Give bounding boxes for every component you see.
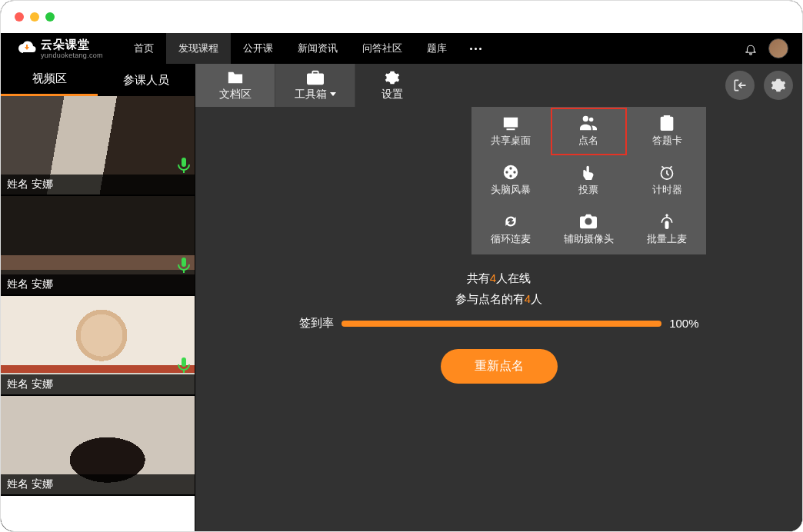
video-name-label: 姓名 安娜 <box>1 274 195 294</box>
main-panel: 文档区 工具箱 设置 <box>195 64 802 531</box>
video-tile[interactable]: 姓名 安娜 <box>1 396 195 494</box>
close-window-button[interactable] <box>15 12 24 22</box>
tab-attendee-list[interactable]: 参课人员 <box>98 64 195 96</box>
camera-plus-icon <box>580 214 597 229</box>
folder-icon <box>227 70 244 85</box>
sidebar-tabs: 视频区 参课人员 <box>1 64 195 96</box>
main-toolbar: 文档区 工具箱 设置 <box>195 64 802 107</box>
settings-round-button[interactable] <box>764 71 793 100</box>
nav-qa[interactable]: 问答社区 <box>350 33 415 64</box>
screen-share-icon <box>502 115 519 131</box>
menu-batch-mic[interactable]: 批量上麦 <box>628 205 706 254</box>
video-tile[interactable]: 姓名 安娜 <box>1 296 195 394</box>
maximize-window-button[interactable] <box>45 12 55 22</box>
settings-button[interactable]: 设置 <box>355 64 429 107</box>
alarm-clock-icon <box>658 165 675 180</box>
settings-label: 设置 <box>382 88 403 101</box>
re-rollcall-button[interactable]: 重新点名 <box>441 349 558 384</box>
menu-aux-camera[interactable]: 辅助摄像头 <box>550 205 628 254</box>
attendance-progress: 签到率 100% <box>299 316 699 331</box>
progress-bar <box>342 321 662 327</box>
svg-point-4 <box>505 171 508 173</box>
briefcase-icon <box>307 70 324 85</box>
toolbox-dropdown: 共享桌面 点名 答题卡 头脑风暴 投票 <box>471 107 706 254</box>
menu-brainstorm[interactable]: 头脑风暴 <box>471 156 550 205</box>
rate-label: 签到率 <box>299 316 334 331</box>
toolbox-label: 工具箱 <box>295 88 327 101</box>
video-list: 姓名 安娜 姓名 安娜 姓名 安娜 <box>1 96 195 531</box>
exit-icon <box>732 78 748 93</box>
nav-bank[interactable]: 题库 <box>415 33 459 64</box>
svg-point-3 <box>509 175 511 177</box>
menu-cycle-mic[interactable]: 循环连麦 <box>471 205 550 254</box>
notifications-icon[interactable] <box>744 42 758 55</box>
clipboard-icon <box>658 115 675 131</box>
hand-tap-icon <box>580 165 597 180</box>
nav-items: 首页 发现课程 公开课 新闻资讯 问答社区 题库 <box>122 33 492 64</box>
exit-button[interactable] <box>725 71 755 100</box>
app-window: 云朵课堂 yunduoketang.com 首页 发现课程 公开课 新闻资讯 问… <box>0 0 803 532</box>
menu-answer-card[interactable]: 答题卡 <box>628 107 706 156</box>
gear-icon <box>771 78 786 93</box>
chevron-down-icon <box>330 92 336 96</box>
user-avatar[interactable] <box>768 38 788 58</box>
video-tile-empty <box>1 496 195 531</box>
content-area: 视频区 参课人员 姓名 安娜 姓名 安娜 <box>1 64 802 531</box>
rate-percent: 100% <box>669 317 698 330</box>
mic-icon <box>178 158 190 173</box>
svg-point-1 <box>509 167 511 169</box>
logo-subtext: yunduoketang.com <box>41 52 103 59</box>
tab-video-area[interactable]: 视频区 <box>1 64 98 96</box>
nav-public[interactable]: 公开课 <box>231 33 285 64</box>
toolbox-button[interactable]: 工具箱 <box>275 64 355 107</box>
nav-discover[interactable]: 发现课程 <box>166 33 231 64</box>
video-name-label: 姓名 安娜 <box>1 374 195 394</box>
top-nav: 云朵课堂 yunduoketang.com 首页 发现课程 公开课 新闻资讯 问… <box>1 33 802 64</box>
video-name-label: 姓名 安娜 <box>1 175 195 195</box>
doc-area-button[interactable]: 文档区 <box>195 64 275 107</box>
menu-vote[interactable]: 投票 <box>550 156 628 205</box>
window-titlebar <box>1 1 802 33</box>
video-tile[interactable]: 姓名 安娜 <box>1 96 195 195</box>
menu-timer[interactable]: 计时器 <box>628 156 706 205</box>
nav-news[interactable]: 新闻资讯 <box>285 33 350 64</box>
menu-roll-call[interactable]: 点名 <box>550 107 628 156</box>
logo-text: 云朵课堂 <box>41 38 103 52</box>
attended-count-text: 参与点名的有4人 <box>455 292 542 307</box>
mic-icon <box>178 258 190 273</box>
svg-point-2 <box>513 171 515 173</box>
app-logo: 云朵课堂 yunduoketang.com <box>10 38 111 59</box>
video-tile[interactable]: 姓名 安娜 <box>1 196 195 294</box>
refresh-icon <box>502 214 519 229</box>
cloud-logo-icon <box>18 39 36 58</box>
video-name-label: 姓名 安娜 <box>1 474 195 494</box>
nav-more-button[interactable] <box>459 33 492 64</box>
gear-icon <box>384 70 401 85</box>
rollcall-status: 共有4人在线 参与点名的有4人 签到率 100% 重新点名 <box>299 271 699 384</box>
film-reel-icon <box>502 165 519 180</box>
people-icon <box>580 115 597 131</box>
online-count-text: 共有4人在线 <box>467 271 531 286</box>
mic-up-icon <box>658 214 675 229</box>
nav-home[interactable]: 首页 <box>122 33 166 64</box>
menu-share-screen[interactable]: 共享桌面 <box>471 107 550 156</box>
video-sidebar: 视频区 参课人员 姓名 安娜 姓名 安娜 <box>1 64 195 531</box>
mic-icon <box>178 357 190 373</box>
minimize-window-button[interactable] <box>30 12 39 22</box>
doc-area-label: 文档区 <box>219 88 252 101</box>
